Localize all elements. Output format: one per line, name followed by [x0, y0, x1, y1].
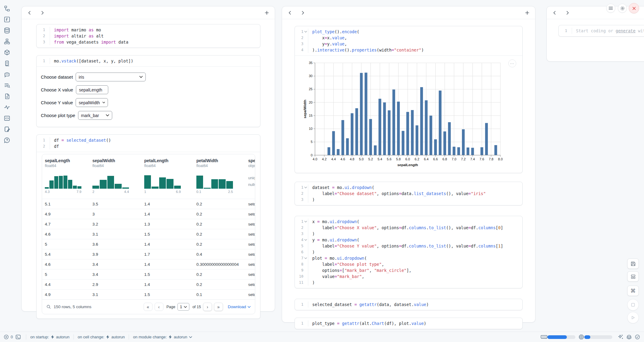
column-name[interactable]: petalLength [144, 158, 181, 163]
page-select[interactable]: 1 [177, 303, 189, 311]
dependency-graph-icon[interactable] [4, 38, 10, 45]
logs-icon[interactable] [4, 60, 10, 67]
dropdown-select-choose-x-value[interactable]: sepalLength [76, 85, 108, 94]
code-editor[interactable]: 1import marimo as mo2import altair as al… [37, 24, 260, 48]
add-cell-icon[interactable] [264, 10, 269, 15]
table-row[interactable]: 4.931.40.2setos [42, 209, 255, 219]
first-page-button[interactable]: « [144, 303, 152, 311]
database-icon[interactable] [4, 27, 10, 34]
run-button[interactable] [627, 312, 639, 323]
column-name[interactable]: petalWidth [196, 158, 233, 163]
fold-gutter[interactable] [303, 219, 308, 225]
next-page-button[interactable]: › [203, 303, 212, 311]
scroll-right-icon[interactable] [565, 10, 570, 15]
on-module-change-setting[interactable]: on module change: autorun [133, 335, 192, 339]
code-editor[interactable]: 1 Start coding or generate with [559, 25, 644, 36]
column-type: float64 [144, 164, 181, 168]
download-button[interactable]: Download [228, 305, 251, 309]
table-row[interactable]: 53.41.50.2setos [42, 269, 255, 279]
chart-menu-icon[interactable]: ⋯ [508, 59, 516, 67]
code-editor[interactable]: 1dataset = mo.ui.dropdown(2 label="Choos… [295, 182, 522, 205]
packages-icon[interactable] [4, 49, 10, 56]
tracing-icon[interactable] [4, 104, 10, 111]
ai-sparkles-icon[interactable] [618, 334, 624, 340]
table-cell: 0.2 [196, 242, 248, 247]
cell-dataset-dropdown[interactable]: 1dataset = mo.ui.dropdown(2 label="Choos… [295, 182, 523, 205]
settings-gear-icon[interactable] [618, 4, 627, 13]
dropdown-select-choose-plot-type[interactable]: mark_bar [78, 111, 112, 120]
file-tree-icon[interactable] [4, 5, 10, 12]
table-row[interactable]: 4.73.21.30.2setos [42, 219, 255, 229]
cell-plot-type[interactable]: 1plot_type = getattr(alt.Chart(df), plot… [295, 318, 523, 329]
code-editor[interactable]: 1plot_type = getattr(alt.Chart(df), plot… [295, 318, 522, 329]
save-button[interactable] [627, 258, 639, 269]
code-editor[interactable]: 1plot_type().encode(2 x=x.value,3 y=y.va… [295, 26, 522, 55]
code-editor[interactable]: 1mo.vstack([dataset, x, y, plot]) [37, 55, 260, 66]
svg-text:25: 25 [309, 87, 313, 91]
table-row[interactable]: 5.43.91.70.4setos [42, 249, 255, 259]
table-cell: setos [248, 292, 255, 297]
altair-bar-chart[interactable]: 051015202530354.04.24.44.64.85.05.25.45.… [303, 58, 522, 172]
search-list-icon[interactable] [4, 82, 10, 89]
cell-selected-dataset[interactable]: 1selected_dataset = getattr(data, datase… [295, 299, 523, 310]
menu-icon[interactable] [606, 4, 615, 13]
cell-xy-dropdowns[interactable]: 1x = mo.ui.dropdown(2 label="Choose X va… [295, 216, 523, 288]
fold-gutter [45, 143, 50, 149]
scroll-left-icon[interactable] [288, 10, 292, 15]
layout-toggle-button[interactable] [627, 271, 639, 282]
code-editor[interactable]: 1x = mo.ui.dropdown(2 label="Choose X va… [295, 216, 522, 288]
fold-gutter [303, 191, 308, 197]
cell-imports[interactable]: 1import marimo as mo2import altair as al… [36, 24, 260, 48]
code-editor[interactable]: 1df = selected_dataset()2df [37, 135, 260, 152]
dropdown-select-choose-dataset[interactable]: iris [76, 73, 146, 81]
fold-gutter[interactable] [303, 184, 308, 191]
cell-df[interactable]: 1df = selected_dataset()2df sepalLengthf… [36, 134, 260, 319]
scroll-right-icon[interactable] [40, 10, 45, 15]
table-cell: 4.6 [45, 232, 92, 237]
copilot-icon[interactable] [626, 334, 632, 340]
connection-status-icon[interactable] [635, 334, 640, 340]
scroll-left-icon[interactable] [552, 10, 557, 15]
code-editor[interactable]: 1selected_dataset = getattr(data, datase… [295, 299, 522, 310]
on-cell-change-setting[interactable]: on cell change: autorun [78, 335, 125, 339]
ai-chat-icon[interactable] [4, 71, 10, 78]
last-page-button[interactable]: » [214, 303, 223, 311]
column-name[interactable]: spec [248, 158, 255, 163]
prev-page-button[interactable]: ‹ [155, 303, 163, 311]
errors-indicator[interactable]: 0 [4, 334, 13, 340]
scroll-right-icon[interactable] [300, 10, 305, 15]
terminal-icon[interactable] [15, 334, 21, 340]
cell-vstack[interactable]: 1mo.vstack([dataset, x, y, plot]) Choose… [36, 55, 260, 127]
scratchpad-icon[interactable] [4, 126, 10, 133]
documentation-icon[interactable] [4, 93, 10, 100]
table-row[interactable]: 4.63.41.40.30000000000000004setos [42, 259, 255, 269]
cell-chart[interactable]: 1plot_type().encode(2 x=x.value,3 y=y.va… [295, 26, 523, 173]
cell-empty[interactable]: 1 Start coding or generate with [558, 25, 644, 37]
column-name[interactable]: sepalWidth [92, 158, 129, 163]
column-name[interactable]: sepalLength [45, 158, 81, 163]
fold-gutter[interactable] [303, 237, 308, 243]
command-palette-button[interactable]: ⌘ [627, 286, 639, 296]
marimo-functions-icon[interactable] [4, 16, 10, 23]
shutdown-close-icon[interactable] [629, 3, 639, 13]
fold-gutter[interactable] [303, 29, 308, 35]
table-row[interactable]: 4.42.91.40.2setos [42, 279, 255, 289]
on-startup-setting[interactable]: on startup: autorun [30, 335, 70, 339]
table-row[interactable]: 53.61.40.2setos [42, 239, 255, 249]
table-body: 5.13.51.40.2setos4.931.40.2setos4.73.21.… [42, 199, 255, 299]
table-row[interactable]: 5.13.51.40.2setos [42, 199, 255, 209]
table-row[interactable]: 4.93.11.50.1setos [42, 289, 255, 299]
add-cell-icon[interactable] [525, 10, 530, 15]
table-cell: 3.4 [92, 262, 144, 267]
search-icon[interactable] [46, 305, 51, 309]
generate-with-ai-link[interactable]: generate [616, 28, 635, 33]
scroll-left-icon[interactable] [27, 10, 32, 15]
line-number: 2 [295, 225, 303, 231]
fold-gutter[interactable] [303, 255, 308, 261]
dropdown-select-choose-y-value[interactable]: sepalWidth [76, 98, 108, 107]
table-row[interactable]: 4.63.11.50.2setos [42, 229, 255, 239]
dropdown-row: Choose Y valuesepalWidth [41, 98, 260, 107]
help-icon[interactable] [4, 137, 10, 144]
stop-button[interactable] [627, 299, 639, 311]
snippets-icon[interactable] [4, 115, 10, 122]
